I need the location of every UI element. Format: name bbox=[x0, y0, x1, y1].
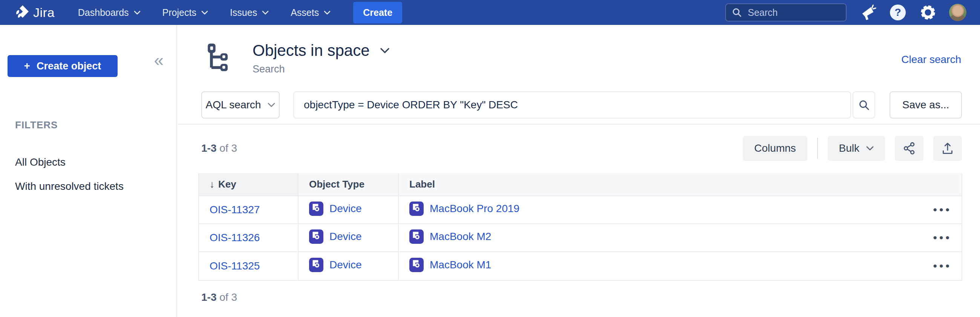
chevron-down-icon bbox=[380, 48, 389, 54]
column-header-object-type-label: Object Type bbox=[309, 178, 364, 190]
menu-assets-label: Assets bbox=[291, 7, 319, 18]
megaphone-icon bbox=[859, 4, 877, 21]
object-label-link[interactable]: MacBook M2 bbox=[409, 229, 491, 244]
create-object-button[interactable]: + Create object bbox=[8, 55, 118, 77]
chevron-down-icon bbox=[262, 11, 269, 15]
toolbar-divider bbox=[817, 138, 818, 159]
object-label-text: MacBook Pro 2019 bbox=[430, 203, 519, 215]
column-header-label-label: Label bbox=[409, 178, 435, 190]
column-header-label[interactable]: Label bbox=[399, 173, 961, 196]
share-button[interactable] bbox=[895, 136, 923, 161]
object-label-link[interactable]: MacBook Pro 2019 bbox=[409, 202, 519, 216]
table-row: OIS-11327 Device MacBook Pro 2019 ••• bbox=[199, 196, 961, 224]
announcements-button[interactable] bbox=[859, 3, 877, 21]
table-row: OIS-11326 Device MacBook M2 ••• bbox=[199, 224, 961, 252]
columns-button-label: Columns bbox=[754, 142, 796, 154]
object-type-link[interactable]: Device bbox=[309, 202, 362, 216]
clear-search-link[interactable]: Clear search bbox=[901, 54, 961, 66]
page-header: Objects in space Search bbox=[203, 42, 389, 75]
footer-count-range: 1-3 bbox=[201, 291, 216, 303]
global-search-input[interactable]: Search bbox=[725, 3, 846, 21]
search-mode-label: AQL search bbox=[206, 99, 261, 111]
menu-assets[interactable]: Assets bbox=[291, 7, 331, 18]
search-icon bbox=[858, 99, 870, 110]
toolbar-actions: Columns Bulk bbox=[743, 136, 962, 161]
object-type-icon bbox=[309, 202, 323, 216]
sort-desc-icon: ↓ bbox=[210, 178, 215, 190]
query-input-group bbox=[293, 91, 875, 118]
save-as-button[interactable]: Save as... bbox=[889, 91, 962, 118]
columns-button[interactable]: Columns bbox=[743, 136, 807, 161]
chevron-down-icon bbox=[866, 146, 874, 151]
object-label-link[interactable]: MacBook M1 bbox=[409, 258, 491, 272]
menu-projects[interactable]: Projects bbox=[162, 7, 208, 18]
results-toolbar: 1-3 of 3 Columns Bulk bbox=[201, 135, 962, 162]
run-search-button[interactable] bbox=[853, 91, 875, 118]
search-mode-dropdown[interactable]: AQL search bbox=[201, 91, 280, 118]
object-label-text: MacBook M1 bbox=[430, 259, 491, 271]
object-type-icon bbox=[309, 229, 323, 244]
sidebar-collapse-button[interactable]: « bbox=[154, 51, 164, 69]
column-header-key[interactable]: ↓Key bbox=[199, 173, 299, 196]
result-count-range: 1-3 bbox=[201, 142, 216, 154]
title-row[interactable]: Objects in space bbox=[253, 42, 389, 59]
object-schema-icon bbox=[203, 42, 231, 75]
column-header-key-label: Key bbox=[218, 178, 236, 190]
column-header-object-type[interactable]: Object Type bbox=[299, 173, 399, 196]
object-type-link[interactable]: Device bbox=[309, 229, 362, 244]
object-type-link[interactable]: Device bbox=[309, 258, 362, 272]
row-actions-button[interactable]: ••• bbox=[931, 231, 954, 245]
jira-logo-text: Jira bbox=[33, 5, 55, 20]
gear-icon bbox=[919, 4, 937, 21]
object-label-text: MacBook M2 bbox=[430, 231, 491, 243]
section-divider bbox=[178, 124, 980, 125]
chevron-down-icon bbox=[267, 102, 275, 107]
page-title: Objects in space bbox=[253, 42, 370, 59]
jira-logo[interactable]: Jira bbox=[14, 4, 55, 21]
object-key-link[interactable]: OIS-11326 bbox=[210, 232, 260, 243]
chevron-down-icon bbox=[201, 11, 208, 15]
create-object-label: Create object bbox=[37, 60, 101, 72]
export-button[interactable] bbox=[933, 136, 962, 161]
row-actions-button[interactable]: ••• bbox=[931, 259, 954, 273]
object-icon bbox=[409, 229, 424, 244]
top-nav: Jira Dashboards Projects Issues Assets C… bbox=[0, 0, 980, 25]
main-content: Objects in space Search Clear search AQL… bbox=[178, 25, 980, 317]
page-subtitle: Search bbox=[253, 63, 389, 75]
object-type-label: Device bbox=[329, 203, 362, 215]
help-button[interactable]: ? bbox=[889, 3, 907, 21]
create-button[interactable]: Create bbox=[353, 2, 402, 23]
nav-right-group: Search ? bbox=[725, 3, 966, 21]
jira-logo-icon bbox=[14, 4, 29, 21]
bulk-button-label: Bulk bbox=[839, 142, 859, 154]
result-count: 1-3 of 3 bbox=[201, 142, 237, 154]
object-key-link[interactable]: OIS-11325 bbox=[210, 260, 260, 272]
plus-icon: + bbox=[24, 60, 30, 72]
title-block: Objects in space Search bbox=[253, 42, 389, 75]
object-key-link[interactable]: OIS-11327 bbox=[210, 204, 260, 216]
user-avatar[interactable] bbox=[949, 4, 966, 21]
menu-issues-label: Issues bbox=[230, 7, 257, 18]
menu-dashboards-label: Dashboards bbox=[78, 7, 129, 18]
object-icon bbox=[409, 258, 424, 272]
object-type-label: Device bbox=[329, 231, 362, 243]
aql-query-input[interactable] bbox=[293, 91, 851, 118]
filters-heading: FILTERS bbox=[15, 119, 58, 131]
table-row: OIS-11325 Device MacBook M1 ••• bbox=[199, 252, 961, 280]
object-type-icon bbox=[309, 258, 323, 272]
menu-projects-label: Projects bbox=[162, 7, 196, 18]
row-actions-button[interactable]: ••• bbox=[931, 203, 954, 217]
sidebar-item-all-objects[interactable]: All Objects bbox=[15, 156, 65, 168]
table-header-row: ↓Key Object Type Label bbox=[199, 173, 961, 196]
menu-dashboards[interactable]: Dashboards bbox=[78, 7, 141, 18]
sidebar-item-with-unresolved-tickets[interactable]: With unresolved tickets bbox=[15, 180, 124, 192]
object-icon bbox=[409, 202, 424, 216]
export-icon bbox=[940, 141, 955, 155]
bulk-dropdown-button[interactable]: Bulk bbox=[828, 136, 885, 161]
menu-issues[interactable]: Issues bbox=[230, 7, 269, 18]
settings-button[interactable] bbox=[919, 3, 937, 21]
footer-result-count: 1-3 of 3 bbox=[201, 291, 237, 303]
search-row: AQL search Save as... bbox=[201, 91, 962, 118]
main-menu: Dashboards Projects Issues Assets bbox=[78, 7, 331, 18]
sidebar: + Create object « FILTERS All Objects Wi… bbox=[0, 25, 177, 317]
